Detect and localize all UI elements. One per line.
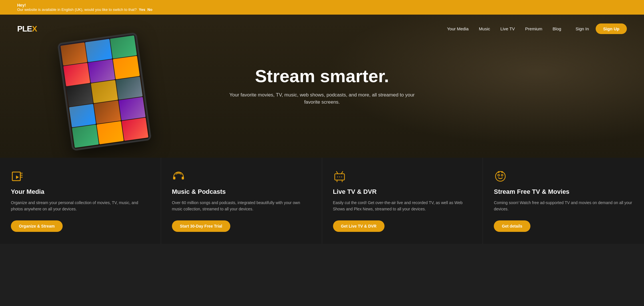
announcement-hey: Hey! xyxy=(17,3,627,7)
feature-live-tv: Live TV & DVR Easily cut the cord! Get o… xyxy=(322,158,483,244)
svg-point-17 xyxy=(498,174,500,176)
svg-point-16 xyxy=(496,171,505,181)
tv-icon xyxy=(333,170,472,183)
nav-music[interactable]: Music xyxy=(479,26,490,31)
tablet-tile xyxy=(116,76,142,100)
nav-your-media[interactable]: Your Media xyxy=(447,26,468,31)
feature-music-btn[interactable]: Start 30-Day Free Trial xyxy=(172,220,230,232)
tablet-tile xyxy=(60,42,87,66)
feature-stream-free-title: Stream Free TV & Movies xyxy=(494,188,633,196)
nav-actions: Sign In Sign Up xyxy=(576,23,627,34)
tablet-tile xyxy=(69,104,96,127)
tablet-tile xyxy=(122,117,148,141)
svg-point-14 xyxy=(339,177,340,177)
feature-your-media: Your Media Organize and stream your pers… xyxy=(0,158,161,244)
announcement-message: Our website is available in English (UK)… xyxy=(17,7,627,12)
tablet-tile xyxy=(94,100,121,124)
announcement-banner: Hey! Our website is available in English… xyxy=(0,0,644,15)
feature-stream-free-btn[interactable]: Get details xyxy=(494,220,530,232)
feature-music-title: Music & Podcasts xyxy=(172,188,311,196)
nav-premium[interactable]: Premium xyxy=(525,26,542,31)
main-nav: PLEX Your Media Music Live TV Premium Bl… xyxy=(0,17,644,40)
tablet-tile xyxy=(85,39,112,62)
announcement-yes[interactable]: Yes xyxy=(139,7,145,12)
nav-links: Your Media Music Live TV Premium Blog xyxy=(447,26,561,31)
signin-link[interactable]: Sign In xyxy=(576,26,589,31)
feature-music-podcasts: Music & Podcasts Over 60 million songs a… xyxy=(161,158,322,244)
feature-live-tv-desc: Easily cut the cord! Get over-the-air li… xyxy=(333,200,472,212)
headphones-icon xyxy=(172,170,311,183)
tablet-tile xyxy=(72,125,99,148)
media-icon xyxy=(11,170,150,183)
features-section: Your Media Organize and stream your pers… xyxy=(0,158,644,244)
svg-rect-6 xyxy=(182,177,184,179)
feature-music-desc: Over 60 million songs and podcasts, inte… xyxy=(172,200,311,212)
hero-subtitle: Your favorite movies, TV, music, web sho… xyxy=(228,91,417,106)
svg-point-7 xyxy=(178,172,179,173)
svg-point-18 xyxy=(501,174,503,176)
feature-your-media-btn[interactable]: Organize & Stream xyxy=(11,220,63,232)
nav-live-tv[interactable]: Live TV xyxy=(500,26,515,31)
tablet-tile xyxy=(97,121,124,145)
tablet-tile xyxy=(118,97,145,121)
tablet-tile xyxy=(91,80,118,103)
feature-stream-free: Stream Free TV & Movies Coming soon! Wat… xyxy=(483,158,644,244)
feature-live-tv-btn[interactable]: Get Live TV & DVR xyxy=(333,220,385,232)
free-tv-icon xyxy=(494,170,633,183)
svg-point-15 xyxy=(341,177,342,177)
hero-content: Stream smarter. Your favorite movies, TV… xyxy=(222,66,422,106)
svg-rect-5 xyxy=(173,177,175,179)
tablet-tile xyxy=(66,83,93,107)
hero-title: Stream smarter. xyxy=(228,66,417,86)
hero-tablet xyxy=(57,32,152,151)
feature-stream-free-desc: Coming soon! Watch free ad-supported TV … xyxy=(494,200,633,212)
feature-your-media-desc: Organize and stream your personal collec… xyxy=(11,200,150,212)
tablet-screen xyxy=(59,34,150,149)
announcement-no[interactable]: No xyxy=(147,7,152,12)
tablet-tile xyxy=(113,56,140,79)
svg-point-13 xyxy=(337,177,338,177)
signup-button[interactable]: Sign Up xyxy=(596,23,627,34)
feature-live-tv-title: Live TV & DVR xyxy=(333,188,472,196)
tablet-tile xyxy=(63,63,90,86)
tablet-tile xyxy=(88,60,115,83)
feature-your-media-title: Your Media xyxy=(11,188,150,196)
plex-logo[interactable]: PLEX xyxy=(17,24,37,33)
nav-blog[interactable]: Blog xyxy=(553,26,561,31)
